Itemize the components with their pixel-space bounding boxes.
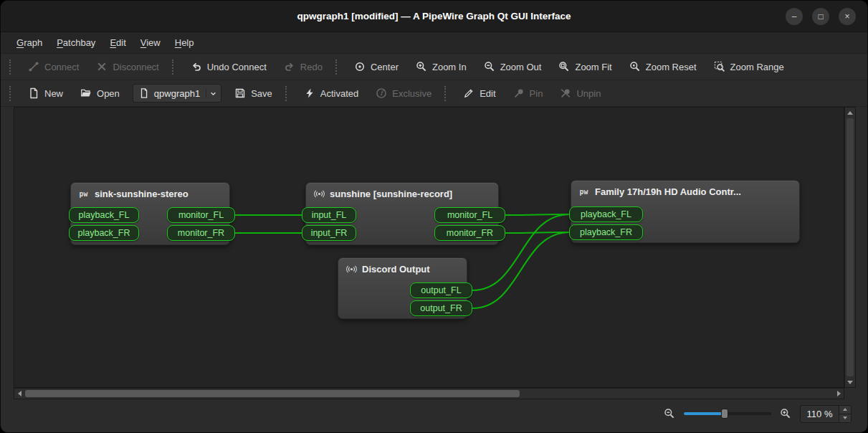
button-label: Exclusive [392,88,431,99]
patchbay-toolbar: NewOpenqpwgraph1SaveActivatedfExclusiveE… [1,80,867,107]
port-sink-playback_FL[interactable]: playback_FL [69,207,139,223]
button-label: Open [97,88,120,99]
scroll-right-arrow[interactable] [834,389,844,399]
button-label: Disconnect [113,62,158,72]
spin-arrows [839,406,851,422]
button-label: Redo [300,62,323,72]
port-discord-output_FR[interactable]: output_FR [410,300,472,316]
horizontal-scroll-thumb[interactable] [25,390,520,397]
zoom-in-button[interactable]: Zoom In [409,57,474,76]
center-button[interactable]: Center [347,57,406,76]
port-sink-playback_FR[interactable]: playback_FR [69,225,139,241]
open-icon [80,87,92,99]
zoom-out-button[interactable]: Zoom Out [477,57,549,76]
button-label: Zoom Out [500,62,542,72]
zoom-fit-button[interactable]: Zoom Fit [551,57,619,76]
redo-icon [284,61,295,72]
port-family-playback_FR[interactable]: playback_FR [569,224,643,240]
spin-up-button[interactable] [839,406,851,414]
save-icon [234,87,246,99]
toolbar-separator [444,86,447,101]
connect-button[interactable]: Connect [21,57,86,76]
patchbay-file-combo[interactable]: qpwgraph1 [133,84,221,103]
vertical-scrollbar[interactable] [844,107,856,388]
horizontal-scrollbar[interactable] [14,388,844,399]
node-title: sink-sunshine-stereo [95,189,189,199]
toolbar-separator [285,86,287,101]
zoom-slider[interactable] [684,408,771,419]
svg-text:pw: pw [79,190,87,198]
minimize-button[interactable]: – [786,8,803,25]
button-label: Zoom Range [730,62,784,72]
port-discord-output_FL[interactable]: output_FL [410,282,472,298]
node-header: pwFamily 17h/19h HD Audio Contr... [571,181,799,197]
zoom-range-icon [714,61,725,72]
activated-button[interactable]: Activated [297,84,366,103]
svg-text:pw: pw [579,188,588,196]
disconnect-button[interactable]: Disconnect [89,57,166,76]
port-sunshine-monitor_FL[interactable]: monitor_FL [434,207,505,223]
zoom-spinbox[interactable]: 110 % [800,405,852,423]
button-label: Activated [320,88,358,99]
center-icon [354,61,366,72]
statusbar: 110 % [1,399,868,433]
zoom-out-icon[interactable] [664,408,675,419]
node-header: pwsink-sunshine-stereo [71,183,229,199]
toolbar-separator [335,60,338,75]
media-icon [346,264,357,275]
node-header: Discord Output [338,258,467,275]
new-icon [28,87,39,99]
unpin-icon [560,87,571,99]
port-family-playback_FL[interactable]: playback_FL [569,206,643,222]
port-sink-monitor_FR[interactable]: monitor_FR [167,225,235,241]
port-sunshine-input_FL[interactable]: input_FL [302,207,356,223]
open-button[interactable]: Open [73,84,127,103]
spin-down-button[interactable] [839,414,851,422]
scroll-up-arrow[interactable] [845,108,855,118]
toolbar-grip[interactable] [9,86,11,101]
save-button[interactable]: Save [227,84,280,103]
menu-graph[interactable]: Graph [9,32,49,53]
window-controls: –□× [786,8,856,25]
edit-button[interactable]: Edit [456,84,502,103]
media-icon [314,189,325,199]
zoom-reset-icon [629,61,641,72]
pin-icon [513,87,525,99]
vertical-scroll-thumb[interactable] [846,118,854,376]
titlebar: qpwgraph1 [modified] — A PipeWire Graph … [1,1,867,32]
menu-patchbay[interactable]: Patchbay [49,32,102,53]
zoom-fit-icon [558,61,570,72]
exclusive-icon: f [376,87,387,99]
redo-button[interactable]: Redo [277,57,330,76]
menu-help[interactable]: Help [168,32,201,53]
canvas-frame: pwsink-sunshine-stereoplayback_FLplaybac… [14,107,856,399]
port-sunshine-input_FR[interactable]: input_FR [302,225,356,241]
undo-icon [191,61,202,72]
node-title: Family 17h/19h HD Audio Contr... [595,186,741,197]
chevron-down-icon [206,89,218,98]
pipewire-icon: pw [579,186,590,197]
undo-connect-button[interactable]: Undo Connect [183,57,274,76]
new-button[interactable]: New [21,84,70,103]
scroll-down-arrow[interactable] [845,377,855,387]
zoom-range-button[interactable]: Zoom Range [707,57,791,76]
port-sink-monitor_FL[interactable]: monitor_FL [167,207,235,223]
toolbar-grip[interactable] [9,60,11,75]
graph-toolbar: ConnectDisconnectUndo ConnectRedoCenterZ… [1,54,867,80]
unpin-button[interactable]: Unpin [553,84,608,103]
graph-canvas[interactable]: pwsink-sunshine-stereoplayback_FLplaybac… [14,107,844,388]
port-sunshine-monitor_FR[interactable]: monitor_FR [434,225,505,241]
slider-handle[interactable] [721,409,728,419]
zoom-reset-button[interactable]: Zoom Reset [622,57,704,76]
menu-edit[interactable]: Edit [102,32,133,53]
zoom-in-icon[interactable] [780,408,791,419]
close-button[interactable]: × [839,8,856,25]
maximize-button[interactable]: □ [812,8,829,25]
node-title: Discord Output [362,264,430,275]
pin-button[interactable]: Pin [506,84,550,103]
exclusive-button[interactable]: fExclusive [368,84,439,103]
button-label: New [44,88,63,99]
scroll-left-arrow[interactable] [14,389,24,399]
edit-icon [463,87,474,99]
menu-view[interactable]: View [133,32,168,53]
